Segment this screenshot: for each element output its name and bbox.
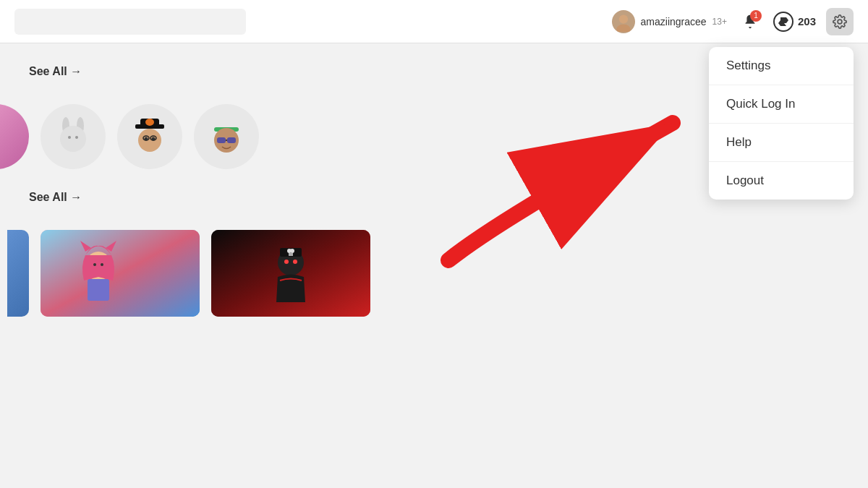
robux-display[interactable]: 203 [773,12,816,32]
svg-point-34 [293,260,297,264]
list-item[interactable] [194,104,259,169]
header-right: amaziingracee 13+ 1 203 [612,8,854,35]
svg-point-3 [838,20,842,24]
svg-point-24 [93,263,96,266]
list-item[interactable] [211,230,370,317]
svg-point-0 [618,14,627,23]
friends-see-all[interactable]: See All → [29,65,82,78]
list-item[interactable] [117,104,182,169]
svg-point-33 [284,260,289,264]
username-label: amaziingracee [641,16,707,27]
dropdown-item-logout[interactable]: Logout [709,162,854,200]
dropdown-item-quick-log-in[interactable]: Quick Log In [709,85,854,124]
svg-point-11 [145,119,154,126]
notification-badge: 1 [750,10,762,22]
svg-rect-32 [289,253,293,256]
svg-point-8 [75,136,78,139]
gear-icon [833,14,847,29]
robux-amount: 203 [798,15,816,27]
notification-button[interactable]: 1 [737,9,763,35]
search-input[interactable] [14,9,246,35]
avatar [612,10,635,33]
svg-point-6 [60,126,86,152]
svg-rect-19 [217,137,226,143]
svg-rect-20 [227,137,236,143]
svg-rect-22 [41,230,200,317]
dropdown-item-help[interactable]: Help [709,124,854,162]
svg-point-25 [101,263,103,266]
svg-point-31 [290,249,294,253]
header-left [14,9,246,35]
partial-thumbnail [7,230,29,317]
user-info[interactable]: amaziingracee 13+ [612,10,727,33]
robux-icon [773,12,793,32]
svg-rect-26 [88,279,109,301]
games-see-all[interactable]: See All → [29,191,82,204]
dropdown-item-settings[interactable]: Settings [709,47,854,85]
dropdown-menu: Settings Quick Log In Help Logout [709,47,854,200]
age-badge: 13+ [712,17,727,27]
list-item[interactable] [41,230,200,317]
partial-avatar [0,104,29,169]
settings-button[interactable] [826,8,854,35]
svg-point-1 [616,24,630,32]
svg-point-7 [68,136,71,139]
header: amaziingracee 13+ 1 203 [0,0,868,43]
list-item[interactable] [41,104,106,169]
thumbnails-row [29,230,839,317]
svg-point-12 [138,129,161,152]
